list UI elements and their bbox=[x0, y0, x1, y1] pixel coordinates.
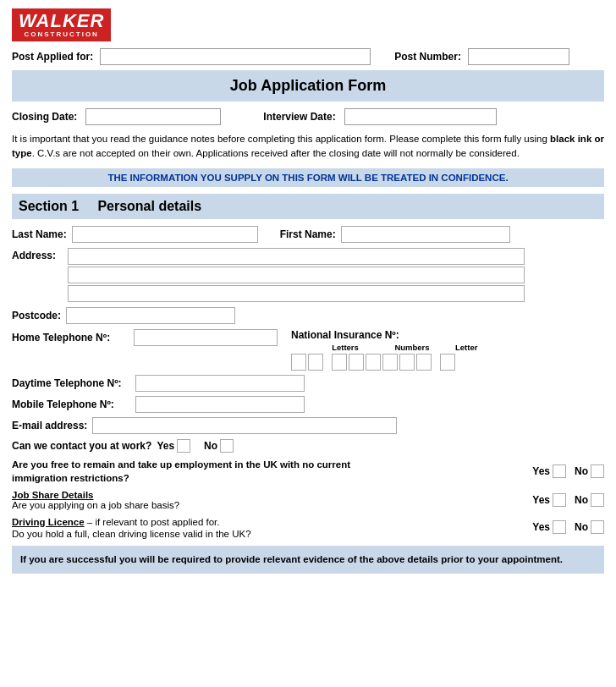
ni-fields: Letters Numbers Letter bbox=[291, 343, 472, 371]
ni-n5[interactable] bbox=[399, 354, 415, 371]
header: WALKER CONSTRUCTION bbox=[12, 8, 604, 41]
free-yes-label: Yes bbox=[532, 465, 550, 477]
job-share-title: Job Share Details bbox=[12, 490, 179, 500]
address-row: Address: bbox=[12, 248, 604, 302]
free-to-remain-yn: Yes No bbox=[532, 464, 604, 478]
ni-group: National Insurance Nº: Letters Numbers L… bbox=[291, 329, 472, 371]
post-applied-label: Post Applied for: bbox=[12, 51, 93, 63]
ni-letter[interactable] bbox=[440, 354, 455, 371]
closing-date-input[interactable] bbox=[85, 108, 221, 125]
driving-no-group: No bbox=[575, 520, 604, 534]
driving-licence-text: Driving Licence – if relevant to post ap… bbox=[12, 515, 251, 539]
last-name-input[interactable] bbox=[72, 226, 258, 243]
mobile-tel-input[interactable] bbox=[135, 396, 305, 413]
driving-yes-label: Yes bbox=[532, 521, 550, 533]
logo-company: WALKER bbox=[19, 12, 104, 30]
jobshare-no-label: No bbox=[575, 494, 588, 506]
email-label: E-mail address: bbox=[12, 420, 87, 431]
postcode-input[interactable] bbox=[66, 307, 235, 324]
jobshare-no-group: No bbox=[575, 493, 604, 507]
section1-title: Section 1 bbox=[19, 199, 79, 213]
ni-l2[interactable] bbox=[308, 354, 323, 371]
ni-letters-header: Letters bbox=[322, 343, 369, 352]
contact-work-row: Can we contact you at work? Yes No bbox=[12, 439, 604, 453]
jobshare-no-checkbox[interactable] bbox=[591, 493, 604, 507]
ni-n1[interactable] bbox=[332, 354, 347, 371]
driving-yes-checkbox[interactable] bbox=[553, 520, 566, 534]
contact-no-label: No bbox=[204, 440, 217, 452]
section1-header: Section 1 Personal details bbox=[12, 194, 604, 219]
confidence-bar: THE INFORMATION YOU SUPPLY ON THIS FORM … bbox=[12, 168, 604, 187]
driving-licence-row: Driving Licence – if relevant to post ap… bbox=[12, 515, 604, 539]
first-name-label: First Name: bbox=[280, 228, 336, 240]
tel-ni-row: Home Telephone Nº: National Insurance Nº… bbox=[12, 329, 604, 371]
job-share-question: Are you applying on a job share basis? bbox=[12, 500, 179, 510]
address-inputs bbox=[68, 248, 525, 302]
free-no-label: No bbox=[575, 465, 588, 477]
name-row: Last Name: First Name: bbox=[12, 226, 604, 243]
last-name-label: Last Name: bbox=[12, 228, 67, 240]
mobile-tel-label: Mobile Telephone Nº: bbox=[12, 398, 130, 410]
ni-boxes bbox=[291, 354, 472, 371]
ni-n6[interactable] bbox=[416, 354, 432, 371]
logo-subtitle: CONSTRUCTION bbox=[19, 30, 104, 38]
jobshare-yes-checkbox[interactable] bbox=[553, 493, 566, 507]
interview-date-input[interactable] bbox=[344, 108, 497, 125]
home-tel-group: Home Telephone Nº: bbox=[12, 329, 278, 346]
free-to-remain-question: Are you free to remain and take up emplo… bbox=[12, 458, 350, 485]
address-line1-input[interactable] bbox=[68, 248, 525, 265]
ni-n3[interactable] bbox=[366, 354, 381, 371]
ni-numbers-header: Numbers bbox=[374, 343, 450, 352]
home-tel-label: Home Telephone Nº: bbox=[12, 332, 129, 344]
jobshare-yes-label: Yes bbox=[532, 494, 550, 506]
contact-no-group: No bbox=[204, 439, 234, 453]
driving-licence-dash: – if relevant to post applied for. bbox=[85, 517, 220, 527]
contact-yes-checkbox[interactable] bbox=[177, 439, 190, 453]
driving-yn: Yes No bbox=[532, 520, 604, 534]
free-yes-checkbox[interactable] bbox=[553, 464, 566, 478]
jobshare-yes-group: Yes bbox=[532, 493, 566, 507]
driving-licence-question: Do you hold a full, clean driving licens… bbox=[12, 529, 251, 539]
post-applied-input[interactable] bbox=[100, 48, 371, 65]
free-yes-group: Yes bbox=[532, 464, 566, 478]
ni-column-headers: Letters Numbers Letter bbox=[291, 343, 472, 352]
address-line3-input[interactable] bbox=[68, 285, 525, 302]
post-applied-row: Post Applied for: Post Number: bbox=[12, 48, 604, 65]
email-input[interactable] bbox=[92, 417, 397, 434]
ni-n4[interactable] bbox=[382, 354, 398, 371]
ni-label: National Insurance Nº: bbox=[291, 329, 399, 341]
page: WALKER CONSTRUCTION Post Applied for: Po… bbox=[0, 0, 616, 687]
job-share-text: Job Share Details Are you applying on a … bbox=[12, 490, 179, 510]
ni-n2[interactable] bbox=[349, 354, 364, 371]
ni-l1[interactable] bbox=[291, 354, 306, 371]
date-row: Closing Date: Interview Date: bbox=[12, 108, 604, 125]
daytime-tel-input[interactable] bbox=[135, 375, 305, 392]
job-share-yn: Yes No bbox=[532, 493, 604, 507]
guidance-part2: . C.V.s are not accepted on their own. A… bbox=[32, 148, 520, 158]
post-number-input[interactable] bbox=[468, 48, 569, 65]
postcode-row: Postcode: bbox=[12, 307, 604, 324]
free-no-group: No bbox=[575, 464, 604, 478]
contact-yes-group: Yes bbox=[157, 439, 190, 453]
first-name-input[interactable] bbox=[341, 226, 510, 243]
daytime-tel-row: Daytime Telephone Nº: bbox=[12, 375, 604, 392]
address-line2-input[interactable] bbox=[68, 267, 525, 283]
free-no-checkbox[interactable] bbox=[591, 464, 604, 478]
home-tel-input[interactable] bbox=[134, 329, 278, 346]
ni-label-row: National Insurance Nº: bbox=[291, 329, 472, 341]
form-title: Job Application Form bbox=[12, 70, 604, 102]
driving-licence-title: Driving Licence bbox=[12, 517, 85, 527]
closing-date-label: Closing Date: bbox=[12, 111, 77, 123]
post-number-label: Post Number: bbox=[394, 51, 461, 63]
address-label: Address: bbox=[12, 250, 63, 261]
mobile-tel-row: Mobile Telephone Nº: bbox=[12, 396, 604, 413]
driving-licence-title-line: Driving Licence – if relevant to post ap… bbox=[12, 515, 251, 529]
section1-subtitle: Personal details bbox=[97, 199, 201, 213]
driving-no-label: No bbox=[575, 521, 588, 533]
contact-no-checkbox[interactable] bbox=[220, 439, 234, 453]
ni-letter-header: Letter bbox=[455, 343, 472, 352]
footer-bar: If you are successful you will be requir… bbox=[12, 546, 604, 574]
driving-no-checkbox[interactable] bbox=[591, 520, 604, 534]
daytime-tel-label: Daytime Telephone Nº: bbox=[12, 377, 130, 389]
interview-date-label: Interview Date: bbox=[263, 111, 335, 123]
